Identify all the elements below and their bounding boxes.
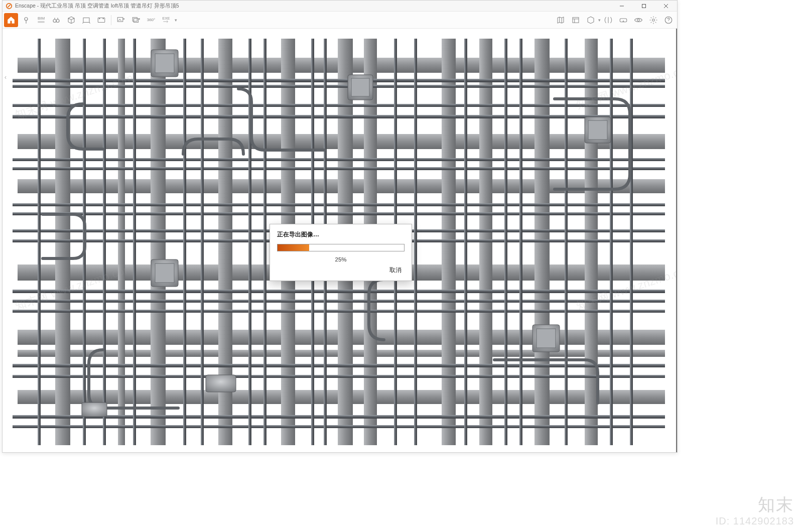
progress-percent-label: 25%	[277, 256, 405, 262]
svg-rect-2	[642, 4, 646, 8]
svg-rect-16	[134, 19, 139, 23]
export-image-icon[interactable]	[114, 13, 128, 27]
app-window: Enscape - 现代工业吊顶 吊顶 空调管道 loft吊顶 管道吊灯 异形吊…	[2, 0, 678, 453]
svg-point-12	[99, 18, 100, 19]
svg-rect-65	[263, 39, 266, 445]
svg-point-8	[53, 19, 56, 22]
app-logo-icon	[6, 3, 13, 10]
pano-360-icon[interactable]: 360°	[144, 13, 158, 27]
pin-icon[interactable]	[19, 13, 33, 27]
svg-rect-75	[630, 39, 633, 445]
svg-rect-63	[201, 39, 204, 445]
maximize-button[interactable]	[633, 1, 655, 11]
asset-library-icon[interactable]	[569, 13, 583, 27]
svg-rect-86	[206, 375, 236, 392]
panel-collapse-caret-icon[interactable]: ‹	[5, 74, 7, 81]
help-icon[interactable]	[661, 13, 676, 27]
svg-rect-81	[588, 120, 607, 140]
svg-rect-79	[351, 78, 369, 96]
svg-point-20	[652, 19, 655, 21]
svg-rect-70	[464, 39, 467, 445]
svg-point-13	[103, 18, 104, 19]
window-controls	[611, 1, 677, 11]
dialog-title: 正在导出图像…	[277, 230, 405, 239]
title-bar[interactable]: Enscape - 现代工业吊顶 吊顶 空调管道 loft吊顶 管道吊灯 异形吊…	[3, 1, 677, 12]
svg-rect-72	[519, 39, 522, 445]
svg-point-5	[25, 17, 28, 20]
minimap-icon[interactable]	[554, 13, 568, 27]
video-icon[interactable]	[94, 13, 108, 27]
watermark-brand: 知末	[716, 493, 794, 516]
svg-rect-85	[537, 329, 556, 348]
right-edge	[676, 29, 677, 452]
export-progress-dialog: 正在导出图像… 25% 取消	[270, 224, 412, 281]
settings-icon[interactable]	[646, 13, 660, 27]
svg-rect-69	[414, 39, 417, 445]
walkthrough-icon[interactable]	[79, 13, 93, 27]
visibility-icon[interactable]	[631, 13, 645, 27]
progress-fill	[278, 244, 309, 251]
vr-icon[interactable]	[616, 13, 630, 27]
watermark-id: ID: 1142902183	[716, 515, 794, 527]
export-batch-icon[interactable]	[129, 13, 143, 27]
svg-rect-18	[620, 19, 627, 22]
export-exe-icon[interactable]: EXE	[159, 13, 173, 27]
svg-rect-77	[155, 54, 174, 73]
svg-rect-71	[504, 39, 507, 445]
svg-rect-60	[103, 39, 106, 445]
svg-rect-17	[573, 17, 579, 23]
view-cube-icon[interactable]	[64, 13, 78, 27]
svg-rect-87	[82, 403, 107, 417]
compare-icon[interactable]	[601, 13, 615, 27]
close-button[interactable]	[655, 1, 677, 11]
binoculars-icon[interactable]	[49, 13, 63, 27]
svg-rect-15	[132, 17, 137, 21]
main-toolbar: BIM 360° EXE ▾ ▾	[3, 12, 677, 29]
home-icon[interactable]	[4, 13, 18, 27]
svg-rect-10	[83, 18, 89, 22]
render-viewport[interactable]: 知末网 www.znzmo.com 知末网 www.znzmo.com 知末网 …	[3, 29, 677, 452]
minimize-button[interactable]	[611, 1, 633, 11]
progress-bar	[277, 244, 405, 251]
svg-rect-62	[183, 39, 186, 445]
svg-point-19	[637, 19, 640, 21]
svg-point-9	[56, 19, 59, 22]
window-title: Enscape - 现代工业吊顶 吊顶 空调管道 loft吊顶 管道吊灯 异形吊…	[15, 3, 611, 10]
cancel-button[interactable]: 取消	[386, 264, 405, 277]
svg-rect-61	[133, 39, 136, 445]
cube-icon[interactable]	[584, 13, 598, 27]
bim-icon[interactable]: BIM	[34, 13, 48, 27]
svg-rect-83	[155, 263, 174, 283]
image-watermark: 知末 ID: 1142902183	[716, 493, 794, 527]
